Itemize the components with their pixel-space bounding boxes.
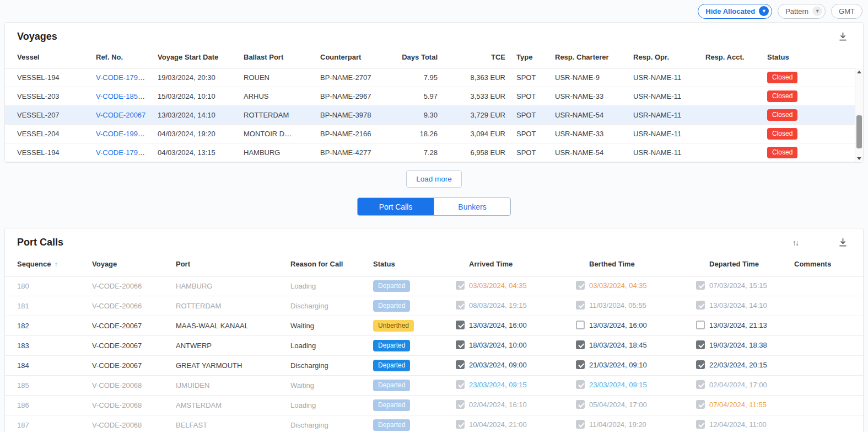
load-more-button[interactable]: Load more <box>406 170 462 188</box>
departed-time-checkbox[interactable] <box>696 321 705 329</box>
departed-time-value: 12/04/2024, 11:00 <box>709 420 767 429</box>
cell-ballast-port: HAMBURG <box>238 143 315 162</box>
port-call-row[interactable]: 182V-CODE-20067MAAS-WAAL KANAALWaitingUn… <box>5 316 863 336</box>
port-call-row[interactable]: 184V-CODE-20067GREAT YARMOUTHDischarging… <box>5 356 863 376</box>
scroll-down-icon[interactable] <box>857 157 861 160</box>
cell-sequence: 185 <box>5 376 87 396</box>
cell-ref-no: V-CODE-20067 <box>90 106 152 125</box>
voyage-ref-link[interactable]: V-CODE-20067 <box>96 111 145 119</box>
voyage-row[interactable]: VESSEL-203V-CODE-18500915/03/2024, 10:10… <box>5 87 855 106</box>
status-badge-unberthed: Unberthed <box>373 320 414 331</box>
port-call-row[interactable]: 183V-CODE-20067ANTWERPLoadingDeparted18/… <box>5 336 863 356</box>
port-calls-column-comments: Comments <box>789 252 863 276</box>
pattern-button[interactable]: Pattern ▼ <box>778 4 826 19</box>
berthed-time-checkbox[interactable] <box>576 400 585 409</box>
berthed-time-checkbox[interactable] <box>576 321 585 329</box>
cell-resp-charterer: USR-NAME-54 <box>549 106 628 125</box>
port-call-row[interactable]: 181V-CODE-20066ROTTERDAMDischargingDepar… <box>5 296 863 316</box>
cell-arrived-time: 10/04/2024, 21:00 <box>450 415 570 432</box>
voyage-ref-link[interactable]: V-CODE-179019 <box>96 148 150 157</box>
scrollbar-thumb[interactable] <box>856 115 862 148</box>
cell-status: Closed <box>762 68 855 87</box>
voyage-ref-link[interactable]: V-CODE-179021 <box>96 73 150 82</box>
arrived-time-checkbox[interactable] <box>456 420 465 429</box>
cell-sequence: 182 <box>5 316 87 336</box>
cell-type: SPOT <box>511 87 549 106</box>
scroll-up-icon[interactable] <box>857 71 861 73</box>
arrow-up-icon[interactable]: ↑ <box>54 260 58 268</box>
status-badge-closed: Closed <box>767 90 797 102</box>
cell-sequence: 184 <box>5 356 87 376</box>
departed-time-checkbox[interactable] <box>696 281 705 290</box>
port-call-row[interactable]: 186V-CODE-20068AMSTERDAMLoadingDeparted0… <box>5 396 863 415</box>
departed-time-checkbox[interactable] <box>696 380 705 389</box>
cell-port: IJMUIDEN <box>170 376 285 396</box>
port-calls-column-berthed-time: Berthed Time <box>570 252 691 276</box>
cell-voyage: V-CODE-20066 <box>87 296 170 316</box>
cell-vessel: VESSEL-194 <box>5 68 90 87</box>
cell-status: Departed <box>368 396 450 415</box>
voyage-row[interactable]: VESSEL-194V-CODE-17902119/03/2024, 20:30… <box>5 68 855 87</box>
cell-port: GREAT YARMOUTH <box>170 356 285 376</box>
berthed-time-checkbox[interactable] <box>576 360 585 369</box>
column-settings-icon[interactable] <box>815 33 823 41</box>
voyage-ref-link[interactable]: V-CODE-199048 <box>96 130 150 138</box>
port-call-row[interactable]: 187V-CODE-20068BELFASTDischargingDeparte… <box>5 415 863 432</box>
berthed-time-checkbox[interactable] <box>576 340 585 349</box>
berthed-time-checkbox[interactable] <box>576 301 585 310</box>
berthed-time-checkbox[interactable] <box>576 281 585 290</box>
gmt-label: GMT <box>839 7 855 15</box>
voyages-panel: Voyages VesselRef. No.Voyage Start DateB… <box>4 22 864 163</box>
column-settings-icon[interactable] <box>815 239 823 247</box>
voyage-row[interactable]: VESSEL-194V-CODE-17901904/03/2024, 13:15… <box>5 143 855 162</box>
arrived-time-checkbox[interactable] <box>456 301 465 310</box>
departed-time-checkbox[interactable] <box>696 420 705 429</box>
arrived-time-checkbox[interactable] <box>456 340 465 349</box>
voyage-row[interactable]: VESSEL-207V-CODE-2006713/03/2024, 14:10R… <box>5 106 855 125</box>
departed-time-value: 07/03/2024, 15:15 <box>709 281 767 290</box>
departed-time-checkbox[interactable] <box>696 340 705 349</box>
port-call-row[interactable]: 185V-CODE-20068IJMUIDENWaitingDeparted23… <box>5 376 863 396</box>
status-badge-departed: Departed <box>373 300 410 311</box>
cell-reason-for-call: Waiting <box>285 376 368 396</box>
arrived-time-checkbox[interactable] <box>456 281 465 290</box>
port-calls-column-departed-time: Departed Time <box>691 252 789 276</box>
voyages-column-ref-no: Ref. No. <box>90 46 152 68</box>
cell-sequence: 186 <box>5 396 87 415</box>
departed-time-checkbox[interactable] <box>696 400 705 409</box>
berthed-time-checkbox[interactable] <box>576 420 585 429</box>
cell-status: Departed <box>368 376 450 396</box>
cell-type: SPOT <box>511 68 549 87</box>
berthed-time-checkbox[interactable] <box>576 380 585 389</box>
arrived-time-checkbox[interactable] <box>456 360 465 369</box>
scrollbar-track[interactable] <box>855 76 863 155</box>
gmt-button[interactable]: GMT <box>831 4 862 19</box>
load-more-row: Load more <box>0 170 868 188</box>
download-icon[interactable] <box>838 238 848 248</box>
cell-departed-time: 12/04/2024, 11:00 <box>691 415 789 432</box>
departed-time-checkbox[interactable] <box>696 301 705 310</box>
status-badge-departed: Departed <box>373 399 410 410</box>
port-call-row[interactable]: 180V-CODE-20066HAMBURGLoadingDeparted03/… <box>5 276 863 296</box>
cell-berthed-time: 11/03/2024, 05:55 <box>570 296 691 316</box>
voyages-column-type: Type <box>511 46 549 68</box>
cell-comments <box>789 336 863 356</box>
tab-port-calls[interactable]: Port Calls <box>358 198 434 215</box>
voyages-vertical-scrollbar[interactable] <box>855 68 863 162</box>
arrived-time-checkbox[interactable] <box>456 321 465 329</box>
cell-status: Unberthed <box>368 316 450 336</box>
download-icon[interactable] <box>838 32 848 42</box>
voyage-ref-link[interactable]: V-CODE-185009 <box>96 92 150 100</box>
sort-icon[interactable]: ↑↓ <box>790 238 800 248</box>
port-calls-body: 180V-CODE-20066HAMBURGLoadingDeparted03/… <box>5 276 863 432</box>
status-badge-closed: Closed <box>767 147 797 158</box>
port-calls-column-sequence: Sequence↑ <box>5 252 87 276</box>
cell-vessel: VESSEL-204 <box>5 125 90 143</box>
berthed-time-value: 18/03/2024, 18:45 <box>589 341 647 349</box>
arrived-time-checkbox[interactable] <box>456 400 465 409</box>
tab-bunkers[interactable]: Bunkers <box>434 198 510 215</box>
departed-time-checkbox[interactable] <box>696 360 705 369</box>
arrived-time-checkbox[interactable] <box>456 380 465 389</box>
voyage-row[interactable]: VESSEL-204V-CODE-19904804/03/2024, 19:20… <box>5 125 855 143</box>
hide-allocated-button[interactable]: Hide Allocated ▼ <box>698 4 772 19</box>
